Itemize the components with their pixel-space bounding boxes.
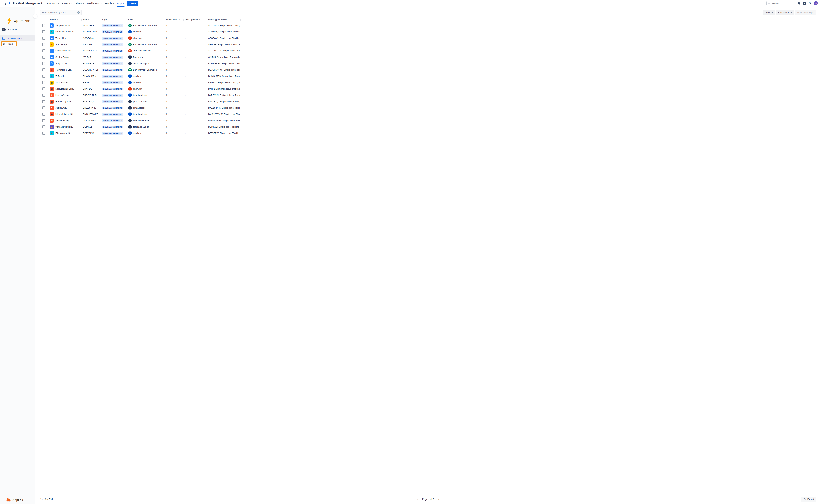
row-checkbox[interactable] — [42, 94, 45, 97]
row-checkbox[interactable] — [42, 43, 45, 46]
project-name[interactable]: Uletefojakukig Ltd. — [55, 113, 74, 115]
project-name[interactable]: Tuthooj Ltd. — [55, 37, 67, 39]
lead-name: eva.lien — [133, 132, 141, 134]
last-updated: - — [183, 75, 207, 77]
project-name[interactable]: Zafuczi Inc. — [55, 75, 67, 77]
lead-avatar: E — [128, 81, 132, 84]
nav-people[interactable]: People — [103, 0, 116, 7]
project-name[interactable]: Agfo Group — [55, 43, 67, 46]
lead-name: Ben Warwick-Champion — [133, 24, 157, 27]
column-header-key[interactable]: Key — [81, 17, 101, 22]
row-checkbox[interactable] — [42, 132, 45, 135]
project-icon-bird-head: ◕ — [50, 125, 54, 129]
project-name[interactable]: Vensazofojku Ltd. — [55, 126, 73, 128]
row-checkbox[interactable] — [42, 113, 45, 116]
row-checkbox[interactable] — [42, 106, 45, 109]
row-checkbox[interactable] — [42, 24, 45, 27]
go-back-button[interactable]: ← Go back — [2, 28, 17, 31]
row-checkbox[interactable] — [42, 49, 45, 52]
style-badge: COMPANY MANAGED — [102, 69, 123, 71]
style-badge: COMPANY MANAGED — [102, 56, 123, 59]
optimizer-logo: Optimizer — [7, 17, 30, 25]
project-name[interactable]: Jebiz & Co. — [55, 107, 67, 109]
nav-dashboards[interactable]: Dashboards — [85, 0, 103, 7]
last-updated: - — [183, 107, 207, 109]
lead-avatar: BW — [128, 68, 132, 71]
row-checkbox[interactable] — [42, 100, 45, 103]
project-name[interactable]: Nelgutagaful Corp. — [55, 88, 74, 90]
row-checkbox[interactable] — [42, 37, 45, 40]
column-header-lead: Lead — [127, 17, 164, 22]
top-navigation-bar: Jira Work Management Your work Projects … — [0, 0, 257, 7]
project-name[interactable]: Etamubazjod Ltd. — [55, 100, 73, 103]
row-checkbox[interactable] — [42, 30, 45, 33]
nav-your-work[interactable]: Your work — [45, 0, 61, 7]
project-name[interactable]: Susiok Group — [55, 56, 69, 58]
sidebar-item-active-projects[interactable]: Active Projects — [0, 35, 35, 41]
project-name[interactable]: Josjanro Corp. — [55, 119, 70, 122]
chevron-down-icon — [71, 2, 72, 4]
nav-filters[interactable]: Filters — [74, 0, 85, 7]
project-icon-wrench: ⚒ — [50, 119, 54, 123]
table-row: ◎ Marketing Team v2 AEOTLOQTFG COMPANY M… — [40, 29, 257, 35]
table-row: ◉ Uletefojakukig Ltd. BMBNFBSVKZ COMPANY… — [40, 111, 257, 117]
project-name[interactable]: Hovzu Group — [55, 94, 69, 96]
issue-type-scheme: AYLFJR: Simple Issue Tracking Iss... — [207, 56, 240, 58]
last-updated: - — [183, 88, 207, 90]
main-content: × View Bulk action Review changes NameKe… — [35, 7, 257, 149]
trash-icon — [3, 43, 5, 45]
project-icon-wallet: ▤ — [50, 81, 54, 85]
table-row: ◉ Zafuczi Inc. BHWSUMRN COMPANY MANAGED … — [40, 73, 257, 79]
nav-apps[interactable]: Apps — [115, 0, 126, 7]
lead-avatar: E — [128, 74, 132, 78]
column-header-style: Style — [101, 17, 127, 22]
issue-type-scheme: BMBNFBSVKZ: Simple Issue Track... — [207, 113, 240, 115]
project-icon-lifebuoy: ◎ — [50, 30, 54, 34]
project-icon-vinyl-record: ◉ — [50, 112, 54, 116]
column-header-last-updated[interactable]: Last Updated — [183, 17, 207, 22]
create-button[interactable]: Create — [127, 1, 138, 6]
row-checkbox[interactable] — [42, 81, 45, 84]
project-name[interactable]: Kihujlufuw Corp. — [55, 50, 72, 52]
last-updated: - — [183, 62, 207, 65]
issue-count: 0 — [164, 69, 183, 71]
project-name[interactable]: Fiheluohvuc Ltd. — [55, 132, 72, 134]
project-key: AUTMOVYGS — [81, 50, 101, 52]
issue-type-scheme: BNVSKAYOIL: Simple Issue Tracki... — [207, 119, 240, 122]
issue-count: 0 — [164, 37, 183, 39]
project-icon-sliders: ≡ — [50, 106, 54, 110]
issue-type-scheme: ASOEGYA: Simple Issue Tracking I... — [207, 37, 240, 39]
table-row: ≡ Jebiz & Co. BKZZJHPPK COMPANY MANAGED … — [40, 105, 257, 111]
row-checkbox[interactable] — [42, 68, 45, 71]
row-checkbox[interactable] — [42, 56, 45, 59]
lead-avatar: F — [128, 55, 132, 59]
sidebar-collapse-button[interactable]: ‹ — [33, 14, 37, 18]
column-header-name[interactable]: Name — [49, 17, 81, 22]
project-name[interactable]: Apoju & Co. — [55, 62, 67, 65]
app-switcher-icon[interactable] — [2, 1, 7, 6]
project-name[interactable]: Marketing Team v2 — [55, 30, 74, 33]
nav-projects[interactable]: Projects — [61, 0, 74, 7]
lead-avatar: BW — [128, 43, 132, 46]
row-checkbox[interactable] — [42, 75, 45, 78]
last-updated: - — [183, 81, 207, 84]
project-name[interactable]: Tujifunekbel Ltd. — [55, 69, 72, 71]
row-checkbox[interactable] — [42, 125, 45, 128]
row-checkbox[interactable] — [42, 87, 45, 90]
row-checkbox[interactable] — [42, 119, 45, 122]
sidebar-item-trash[interactable]: Trash — [1, 41, 17, 46]
jira-brand[interactable]: Jira Work Management — [8, 2, 42, 5]
project-name[interactable]: Jinaceara Inc. — [55, 81, 69, 84]
row-checkbox[interactable] — [42, 62, 45, 65]
project-search-box[interactable]: × — [40, 10, 82, 15]
table-body: ▲ Juupobejani Inc. ACTDGZG COMPANY MANAG… — [40, 22, 257, 136]
clear-search-icon[interactable]: × — [77, 11, 80, 14]
project-name[interactable]: Juupobejani Inc. — [55, 24, 72, 27]
column-header-issue-type-scheme: Issue Type Scheme — [207, 17, 240, 22]
lead-name: Ben Warwick-Champion — [133, 69, 157, 71]
column-label: Lead — [128, 19, 133, 21]
issue-count: 0 — [164, 81, 183, 84]
project-search-input[interactable] — [42, 11, 77, 14]
table-row: ⚒ Josjanro Corp. BNVSKAYOIL COMPANY MANA… — [40, 117, 257, 124]
column-header-issue-count[interactable]: Issue Count — [164, 17, 183, 22]
